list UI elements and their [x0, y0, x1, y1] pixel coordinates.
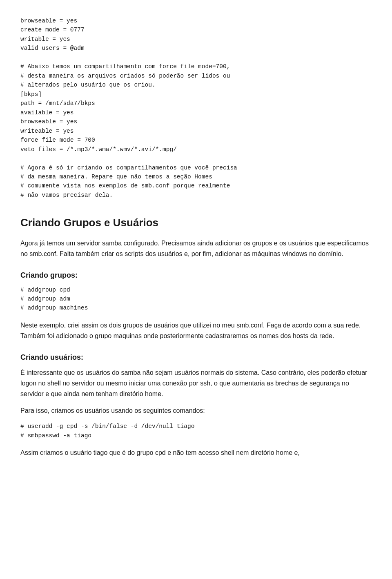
section-heading-grupos-usuarios: Criando Grupos e Usuários: [20, 214, 372, 232]
code-block-3: # useradd -g cpd -s /bin/false -d /dev/n…: [20, 422, 372, 440]
subsection-heading-grupos: Criando grupos:: [20, 269, 372, 281]
code-block-2: # addgroup cpd # addgroup adm # addgroup…: [20, 285, 372, 313]
paragraph-1: Agora já temos um servidor samba configu…: [20, 238, 372, 260]
paragraph-5: Assim criamos o usuário tiago que é do g…: [20, 448, 372, 458]
paragraph-3: É interessante que os usuários do samba …: [20, 367, 372, 400]
subsection-heading-usuarios: Criando usuários:: [20, 352, 372, 363]
paragraph-4: Para isso, criamos os usuários usando os…: [20, 405, 372, 416]
paragraph-2: Neste exemplo, criei assim os dois grupo…: [20, 320, 372, 342]
code-block-1: browseable = yes create mode = 0777 writ…: [20, 16, 372, 200]
